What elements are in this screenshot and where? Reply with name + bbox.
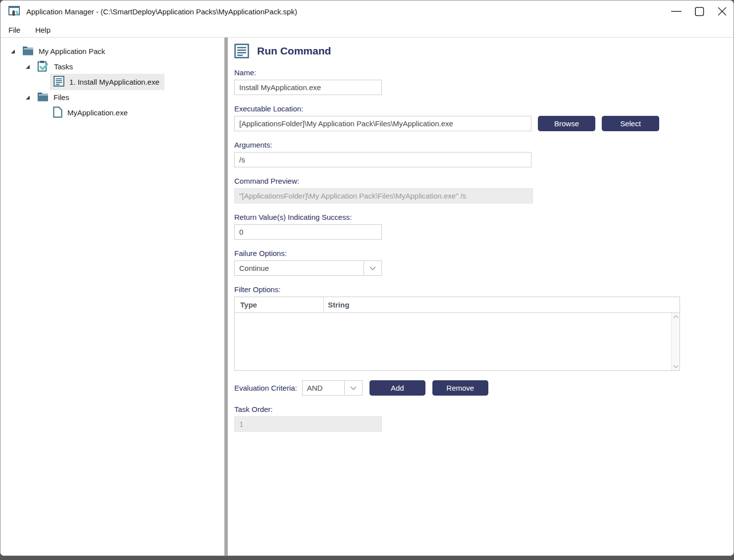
name-input[interactable] — [234, 80, 382, 95]
tree-panel: My Application Pack Tasks — [0, 38, 224, 556]
tree-node-task-item[interactable]: 1. Install MyApplication.exe — [0, 74, 224, 90]
maximize-icon — [695, 7, 704, 16]
expanded-triangle-icon[interactable] — [24, 63, 31, 70]
maximize-button[interactable] — [688, 0, 711, 22]
command-preview-field — [234, 188, 533, 204]
filter-table-rows — [235, 313, 671, 370]
folder-icon — [37, 92, 49, 103]
tree-node-tasks[interactable]: Tasks — [0, 59, 224, 74]
menu-bar: File Help — [0, 22, 734, 38]
evaluation-criteria-value: AND — [303, 381, 344, 395]
menu-help[interactable]: Help — [34, 25, 52, 35]
tree-node-label: Files — [53, 93, 69, 102]
document-lines-icon — [234, 44, 249, 58]
return-values-label: Return Value(s) Indicating Success: — [234, 213, 734, 221]
command-preview-label: Command Preview: — [234, 177, 734, 185]
tree-node-root[interactable]: My Application Pack — [0, 44, 224, 59]
close-button[interactable] — [711, 0, 734, 22]
selected-tree-item[interactable]: 1. Install MyApplication.exe — [50, 74, 164, 90]
executable-location-label: Executable Location: — [234, 104, 734, 113]
minimize-button[interactable] — [665, 0, 688, 22]
executable-location-input[interactable] — [234, 116, 531, 131]
panel-splitter[interactable] — [224, 38, 228, 556]
add-button[interactable]: Add — [369, 380, 425, 396]
select-button[interactable]: Select — [602, 116, 659, 131]
menu-file[interactable]: File — [7, 25, 21, 35]
chevron-down-icon[interactable] — [344, 381, 362, 395]
application-window: Application Manager - (C:\SmartDeploy\Ap… — [0, 0, 734, 556]
arguments-input[interactable] — [234, 152, 531, 167]
remove-button[interactable]: Remove — [432, 380, 488, 396]
close-icon — [718, 7, 727, 16]
taskbar-edge — [0, 556, 734, 560]
column-header-string[interactable]: String — [324, 297, 680, 312]
task-order-label: Task Order: — [234, 405, 734, 413]
task-order-field — [234, 416, 382, 432]
document-lines-icon — [53, 76, 64, 88]
tree-node-file-item[interactable]: MyApplication.exe — [0, 105, 224, 120]
tree-node-label: MyApplication.exe — [67, 108, 128, 117]
failure-options-label: Failure Options: — [234, 249, 734, 257]
browse-button[interactable]: Browse — [538, 116, 595, 131]
window-title: Application Manager - (C:\SmartDeploy\Ap… — [26, 7, 297, 16]
column-header-type[interactable]: Type — [235, 297, 324, 312]
name-label: Name: — [234, 68, 734, 77]
evaluation-criteria-label: Evaluation Criteria: — [234, 384, 297, 392]
tree-node-label: 1. Install MyApplication.exe — [69, 78, 159, 86]
chevron-up-icon — [673, 315, 679, 318]
folder-icon — [22, 46, 34, 57]
filter-options-label: Filter Options: — [234, 285, 734, 294]
return-values-input[interactable] — [234, 224, 382, 240]
chevron-down-icon[interactable] — [364, 261, 381, 275]
chevron-down-icon — [673, 365, 679, 368]
filter-options-table: Type String — [234, 297, 680, 371]
tree-node-label: My Application Pack — [39, 47, 105, 55]
tasks-clipboard-icon — [37, 60, 49, 73]
tree-node-label: Tasks — [54, 62, 73, 71]
page-title: Run Command — [257, 45, 331, 57]
failure-options-value: Continue — [235, 261, 364, 275]
app-window-terminal-icon — [8, 5, 21, 18]
arguments-label: Arguments: — [234, 141, 734, 149]
minimize-icon — [671, 11, 682, 12]
vertical-scrollbar[interactable] — [671, 313, 680, 370]
file-icon — [53, 106, 62, 119]
evaluation-criteria-select[interactable]: AND — [302, 380, 363, 396]
expanded-triangle-icon[interactable] — [24, 94, 31, 101]
tree-node-files[interactable]: Files — [0, 90, 224, 105]
expanded-triangle-icon[interactable] — [9, 48, 16, 55]
title-bar: Application Manager - (C:\SmartDeploy\Ap… — [0, 0, 734, 22]
failure-options-select[interactable]: Continue — [234, 260, 382, 276]
task-detail-panel: Run Command Name: Executable Location: B… — [228, 38, 734, 556]
